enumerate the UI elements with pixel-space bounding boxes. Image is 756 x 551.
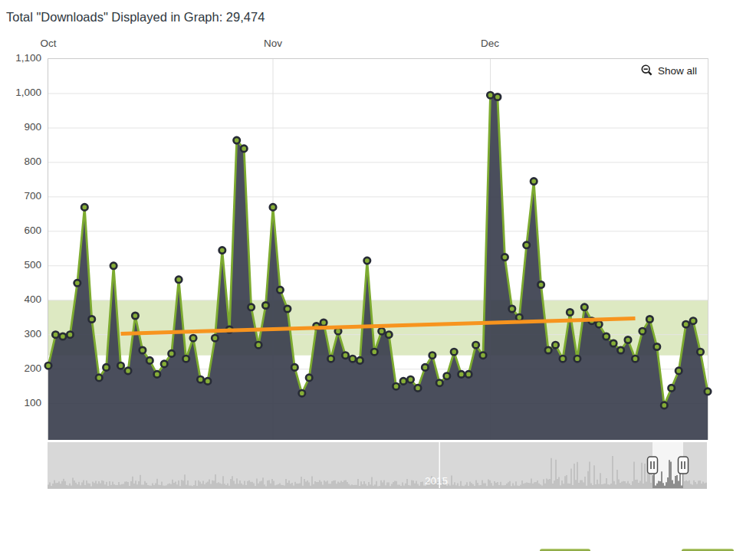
y-axis-tick-label: 600 xyxy=(0,225,41,236)
y-axis-tick-label: 300 xyxy=(0,328,41,339)
navigator-year-label: 2015 xyxy=(425,475,448,487)
y-axis-tick-label: 400 xyxy=(0,294,41,305)
y-axis-tick-label: 500 xyxy=(0,259,41,271)
y-axis-tick-label: 900 xyxy=(0,121,41,133)
y-axis-tick-label: 700 xyxy=(0,190,41,202)
chart-plot-area[interactable] xyxy=(48,58,708,440)
downloads-area-chart[interactable] xyxy=(48,59,708,440)
y-axis-tick-label: 100 xyxy=(0,397,41,408)
y-axis-tick-label: 200 xyxy=(0,362,41,374)
downloads-area-fill xyxy=(48,95,708,440)
month-label-nov: Nov xyxy=(264,38,282,49)
month-label-oct: Oct xyxy=(40,38,56,49)
y-axis-tick-label: 800 xyxy=(0,156,41,167)
zoom-out-icon xyxy=(641,64,653,77)
navigator-right-handle-icon[interactable] xyxy=(679,457,689,474)
show-all-button[interactable]: Show all xyxy=(641,64,697,77)
month-label-dec: Dec xyxy=(481,38,499,49)
page-title: Total "Downloads" Displayed in Graph: 29… xyxy=(6,10,265,25)
y-axis-tick-label: 1,100 xyxy=(0,52,41,64)
controls-row: Custom period: - Zoom: 10 D 1 M 3 M 1 Y … xyxy=(0,498,756,551)
navigator-left-handle-icon[interactable] xyxy=(648,457,658,474)
y-axis-tick-label: 1,000 xyxy=(0,87,41,98)
downloads-stats-page: Total "Downloads" Displayed in Graph: 29… xyxy=(0,0,756,551)
show-all-label: Show all xyxy=(658,65,697,77)
navigator-scrollbar[interactable]: 2015 xyxy=(48,442,707,489)
